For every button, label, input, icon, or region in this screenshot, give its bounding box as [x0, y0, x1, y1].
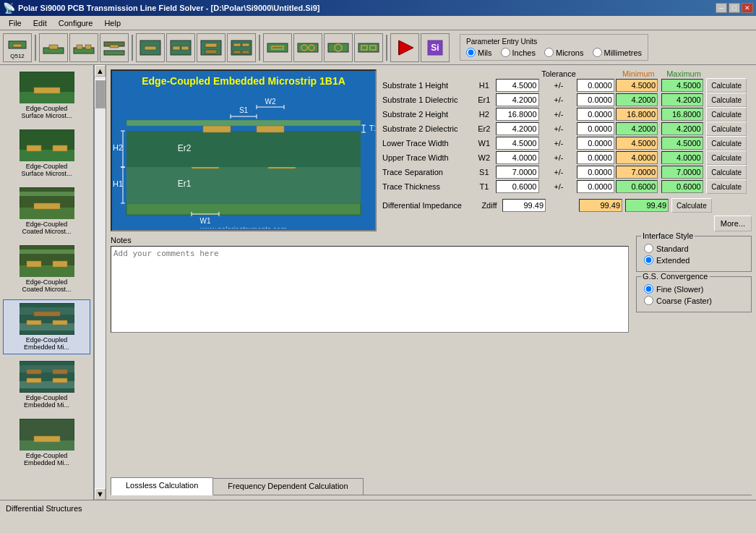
param-tol-input-6[interactable] [577, 166, 614, 179]
diff-label: Differential Impedance [382, 201, 476, 210]
svg-rect-4 [49, 45, 58, 49]
units-microns[interactable]: Microns [544, 48, 584, 57]
param-max-input-4[interactable] [661, 137, 703, 150]
convergence-fine-option[interactable]: Fine (Slower) [644, 284, 744, 294]
scroll-thumb[interactable] [95, 80, 106, 108]
param-max-cell-4 [661, 136, 707, 150]
toolbar-btn-8[interactable] [227, 33, 256, 62]
param-min-input-1[interactable] [616, 93, 658, 106]
param-max-cell-7 [661, 179, 707, 194]
interface-extended-option[interactable]: Extended [644, 255, 744, 265]
param-calc-button-7[interactable]: Calculate [706, 179, 747, 194]
param-max-input-5[interactable] [661, 151, 703, 164]
menu-edit[interactable]: Edit [27, 17, 53, 29]
param-tol-input-7[interactable] [577, 180, 614, 193]
param-calc-button-4[interactable]: Calculate [706, 136, 747, 150]
minimize-button[interactable]: ─ [716, 3, 727, 13]
tab-frequency[interactable]: Frequency Dependent Calculation [213, 478, 363, 495]
diff-value-input[interactable] [502, 199, 546, 212]
units-mils[interactable]: Mils [466, 48, 492, 57]
param-tol-input-0[interactable] [577, 79, 614, 92]
svg-rect-86 [257, 125, 284, 132]
param-max-input-1[interactable] [661, 93, 703, 106]
param-min-input-0[interactable] [616, 79, 658, 92]
param-tol-input-1[interactable] [577, 93, 614, 106]
sidebar-item-5[interactable]: Edge-CoupledEmbedded Mi... [3, 299, 90, 354]
param-value-input-2[interactable] [496, 108, 539, 121]
param-tol-input-4[interactable] [577, 137, 614, 150]
param-value-input-7[interactable] [496, 180, 539, 193]
interface-standard-option[interactable]: Standard [644, 244, 744, 253]
param-value-input-1[interactable] [496, 93, 539, 106]
param-value-input-5[interactable] [496, 151, 539, 164]
param-tol-input-3[interactable] [577, 122, 614, 135]
menu-configure[interactable]: Configure [53, 17, 99, 29]
param-max-input-2[interactable] [661, 108, 703, 121]
convergence-label: G.S. Convergence [641, 272, 710, 281]
toolbar-btn-4[interactable] [100, 33, 129, 62]
controls-area: Interface Style Standard Extended G.S. C… [636, 236, 752, 474]
toolbar-btn-12[interactable] [354, 33, 383, 62]
toolbar-btn-1[interactable]: Q512 [3, 33, 32, 62]
param-tol-input-5[interactable] [577, 151, 614, 164]
menu-file[interactable]: File [3, 17, 27, 29]
toolbar-btn-3[interactable] [69, 33, 98, 62]
param-min-input-2[interactable] [616, 108, 658, 121]
svg-text:H2: H2 [113, 143, 123, 152]
param-max-cell-6 [661, 165, 707, 179]
tab-lossless[interactable]: Lossless Calculation [111, 477, 213, 495]
param-value-input-0[interactable] [496, 79, 539, 92]
param-min-input-3[interactable] [616, 122, 658, 135]
scroll-down-btn[interactable]: ▼ [95, 488, 106, 500]
param-calc-button-0[interactable]: Calculate [706, 78, 747, 93]
notes-textarea[interactable] [111, 246, 629, 333]
param-calc-button-1[interactable]: Calculate [706, 93, 747, 107]
diff-max-input[interactable] [625, 199, 669, 212]
param-min-input-7[interactable] [616, 180, 658, 193]
param-min-input-4[interactable] [616, 137, 658, 150]
convergence-coarse-option[interactable]: Coarse (Faster) [644, 296, 744, 305]
toolbar-btn-11[interactable] [324, 33, 353, 62]
toolbar-run-button[interactable] [390, 33, 419, 62]
menu-help[interactable]: Help [98, 17, 126, 29]
param-calc-button-6[interactable]: Calculate [706, 165, 747, 179]
param-value-input-6[interactable] [496, 166, 539, 179]
diff-min-input[interactable] [579, 199, 622, 212]
param-max-input-7[interactable] [661, 180, 703, 193]
sidebar-item-6[interactable]: Edge-CoupledEmbedded Mi... [3, 357, 90, 412]
toolbar-icon-12 [357, 38, 380, 58]
sidebar-item-1[interactable]: Edge-CoupledSurface Microst... [3, 68, 90, 123]
sidebar-item-7[interactable]: Edge-CoupledEmbedded Mi... [3, 415, 90, 470]
param-min-input-6[interactable] [616, 166, 658, 179]
param-min-input-5[interactable] [616, 151, 658, 164]
param-value-input-4[interactable] [496, 137, 539, 150]
sidebar-scrollbar[interactable]: ▲ ▼ [94, 65, 106, 500]
col-header-symbol [473, 69, 495, 78]
close-button[interactable]: ✕ [742, 3, 753, 13]
toolbar-btn-9[interactable] [263, 33, 292, 62]
params-row-4: Lower Trace Width W1 +/- Calculate [382, 136, 752, 150]
toolbar-btn-5[interactable] [136, 33, 165, 62]
units-inches[interactable]: Inches [501, 48, 536, 57]
sidebar-item-3[interactable]: Edge-CoupledCoated Microst... [3, 184, 90, 239]
toolbar-btn-7[interactable] [197, 33, 225, 62]
param-max-input-3[interactable] [661, 122, 703, 135]
toolbar-btn-6[interactable] [166, 33, 195, 62]
param-calc-button-5[interactable]: Calculate [706, 150, 747, 165]
maximize-button[interactable]: □ [729, 3, 740, 13]
toolbar-btn-10[interactable] [293, 33, 322, 62]
scroll-up-btn[interactable]: ▲ [95, 65, 106, 77]
param-calc-button-3[interactable]: Calculate [706, 121, 747, 136]
toolbar-btn-2[interactable] [39, 33, 68, 62]
param-value-input-3[interactable] [496, 122, 539, 135]
more-button[interactable]: More... [714, 216, 752, 231]
sidebar-item-4[interactable]: Edge-CoupledCoated Microst... [3, 242, 90, 297]
units-millimetres[interactable]: Millimetres [593, 48, 643, 57]
param-max-input-6[interactable] [661, 166, 703, 179]
sidebar-item-2[interactable]: Edge-CoupledSurface Microst... [3, 126, 90, 181]
param-calc-button-2[interactable]: Calculate [706, 107, 747, 121]
diff-calc-button[interactable]: Calculate [671, 198, 712, 213]
param-tol-input-2[interactable] [577, 108, 614, 121]
param-max-input-0[interactable] [661, 79, 703, 92]
toolbar-stop-button[interactable]: Si [421, 33, 450, 62]
